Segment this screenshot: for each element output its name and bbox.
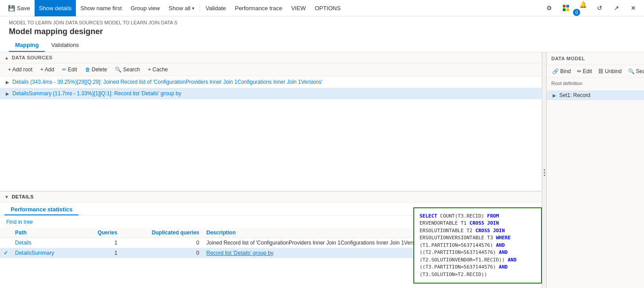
office-icon-button[interactable]: [559, 1, 573, 15]
row1-queries: 1: [81, 238, 121, 248]
notification-badge: 0: [573, 9, 580, 16]
tree-item-details[interactable]: ▶ Details (343.4ms - 39.25%)[29][Q:29]: …: [0, 76, 542, 88]
cache-button[interactable]: + Cache: [144, 65, 171, 74]
add-button[interactable]: + Add: [37, 65, 58, 74]
page-title: Model mapping designer: [9, 27, 635, 36]
sql-cross1-keyword: CROSS JOIN: [470, 220, 499, 226]
datasources-section-label: DATA SOURCES: [12, 55, 52, 60]
show-details-button[interactable]: Show details: [35, 0, 76, 16]
root-definition-label: Root definition: [547, 78, 644, 89]
sql-text-6: ((T2.PARTITION=5637144576): [420, 249, 499, 255]
row1-path[interactable]: Details: [12, 238, 81, 248]
show-all-button[interactable]: Show all ▾: [164, 0, 199, 16]
dm-search-icon: 🔍: [628, 68, 635, 74]
notification-area: 🔔 0: [576, 0, 590, 19]
show-details-label: Show details: [39, 5, 72, 12]
sql-text-4: ERSOLUTIONVERSIONTABLE T3: [420, 235, 496, 241]
row1-check: [0, 238, 12, 248]
sql-text-2: ERVENDORTABLE T1: [420, 220, 470, 226]
delete-button[interactable]: 🗑 Delete: [82, 65, 111, 74]
options-button[interactable]: OPTIONS: [310, 0, 346, 16]
datasources-chevron-icon: ▲: [4, 55, 9, 60]
sql-text-7: (T2.SOLUTIONVENDOR=T1.RECID)): [420, 257, 508, 263]
search-button[interactable]: 🔍 Search: [111, 65, 143, 74]
view-label: VIEW: [291, 5, 306, 12]
unbind-icon: ⛓: [598, 68, 604, 74]
row2-queries: 1: [81, 248, 121, 258]
dm-tree-item-set1[interactable]: ▶ Set1: Record: [547, 90, 644, 100]
perf-trace-label: Performance trace: [235, 5, 282, 12]
edit-icon: ✏: [62, 66, 67, 73]
sql-cross2-keyword: CROSS JOIN: [475, 228, 505, 234]
dm-chevron-icon: ▶: [551, 92, 558, 98]
tree-item-details-label: Details (343.4ms - 39.25%)[29][Q:29]: Jo…: [12, 79, 322, 85]
svg-rect-2: [563, 8, 565, 11]
view-button[interactable]: VIEW: [287, 0, 310, 16]
row2-check: ✓: [0, 248, 12, 258]
edit-button[interactable]: ✏ Edit: [59, 65, 81, 74]
settings-icon-button[interactable]: ⚙: [542, 1, 556, 15]
details-chevron-icon: ▼: [4, 195, 9, 199]
group-view-button[interactable]: Group view: [126, 0, 165, 16]
separator: [200, 4, 200, 12]
dm-search-button[interactable]: 🔍 Search: [625, 67, 644, 76]
details-section-header[interactable]: ▼ DETAILS: [0, 191, 542, 202]
tree-item-details-summary[interactable]: ▶ DetailsSummary (11.7ms - 1.33%)[1][Q:1…: [0, 88, 542, 99]
page-header: MODEL TO LEARN JOIN DATA SOURCES MODEL T…: [0, 16, 644, 52]
open-external-button[interactable]: ↗: [609, 1, 624, 15]
show-all-label: Show all: [169, 5, 190, 12]
save-icon: 💾: [8, 5, 15, 12]
dm-edit-button[interactable]: ✏ Edit: [574, 67, 595, 76]
tab-mapping[interactable]: Mapping: [9, 39, 45, 52]
header-tabs: Mapping Validations: [9, 39, 635, 52]
group-view-label: Group view: [131, 5, 160, 12]
dm-edit-icon: ✏: [577, 68, 581, 74]
show-name-first-button[interactable]: Show name first: [76, 0, 126, 16]
sql-select-keyword: SELECT: [420, 213, 437, 219]
bind-button[interactable]: 🔗 Bind: [550, 67, 573, 76]
breadcrumb: MODEL TO LEARN JOIN DATA SOURCES MODEL T…: [9, 20, 635, 25]
datasources-section-header[interactable]: ▲ DATA SOURCES: [0, 52, 542, 63]
find-in-tree-link[interactable]: Find in tree: [6, 219, 33, 225]
data-model-header: DATA MODEL: [547, 52, 644, 65]
toolbar-right-area: ⚙ 🔔 0 ↺ ↗ ✕: [542, 0, 640, 19]
save-label: Save: [17, 5, 30, 12]
row2-path[interactable]: DetailsSummary: [12, 248, 81, 258]
perf-stats-tab[interactable]: Performance statistics: [4, 202, 79, 215]
close-button[interactable]: ✕: [626, 1, 640, 15]
checkmark-icon: ✓: [4, 250, 8, 256]
unbind-button[interactable]: ⛓ Unbind: [596, 67, 624, 76]
validate-button[interactable]: Validate: [201, 0, 230, 16]
sql-text-1: COUNT(T3.RECID): [437, 213, 487, 219]
save-button[interactable]: 💾 Save: [4, 0, 35, 16]
tree-chevron-icon: ▶: [4, 79, 11, 85]
delete-icon: 🗑: [85, 66, 90, 73]
sql-and2-keyword: AND: [499, 249, 508, 255]
col-path: Path: [12, 228, 81, 238]
row2-dup: 0: [121, 248, 203, 258]
sql-from-keyword: FROM: [487, 213, 499, 219]
sql-text-8: ((T3.PARTITION=5637144576): [420, 264, 499, 270]
data-model-toolbar: 🔗 Bind ✏ Edit ⛓ Unbind 🔍 Search: [547, 65, 644, 78]
sql-text-5: (T1.PARTITION=5637144576): [420, 242, 496, 248]
sql-text-3: ERSOLUTIONTABLE T2: [420, 228, 475, 234]
add-root-button[interactable]: + Add root: [4, 65, 36, 74]
refresh-button[interactable]: ↺: [593, 1, 607, 15]
data-model-tree: ▶ Set1: Record: [547, 89, 644, 288]
details-section-label: DETAILS: [12, 194, 34, 199]
show-all-chevron-icon: ▾: [192, 6, 194, 11]
resize-handle[interactable]: [542, 52, 546, 288]
drag-dots: [543, 169, 546, 176]
svg-rect-0: [563, 5, 565, 8]
sql-panel: SELECT COUNT(T3.RECID) FROM ERVENDORTABL…: [413, 207, 542, 284]
col-queries: Queries: [81, 228, 121, 238]
search-icon: 🔍: [115, 66, 122, 73]
show-name-first-label: Show name first: [80, 5, 122, 12]
tree-item-details-summary-label: DetailsSummary (11.7ms - 1.33%)[1][Q:1]:…: [12, 90, 181, 97]
tab-validations[interactable]: Validations: [45, 39, 85, 52]
col-dup-queries: Duplicated queries: [121, 228, 203, 238]
svg-rect-3: [566, 8, 569, 11]
perf-trace-button[interactable]: Performance trace: [230, 0, 287, 16]
main-toolbar: 💾 Save Show details Show name first Grou…: [0, 0, 644, 16]
bind-icon: 🔗: [552, 68, 559, 74]
